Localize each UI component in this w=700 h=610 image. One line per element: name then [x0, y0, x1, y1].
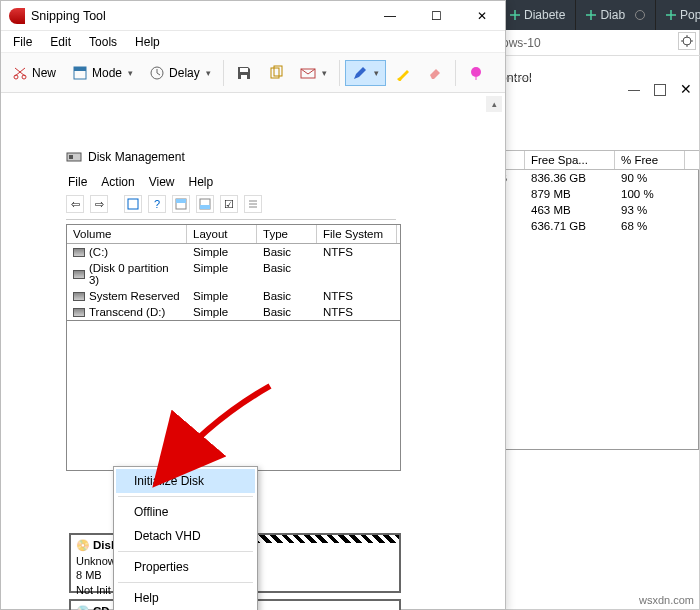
volume-icon — [73, 292, 85, 301]
chevron-down-icon: ▾ — [322, 68, 327, 78]
tab-label: Diabete — [524, 8, 565, 22]
settings-button[interactable]: ☑ — [220, 195, 238, 213]
delay-button[interactable]: Delay▾ — [142, 60, 218, 86]
view-top-button[interactable] — [172, 195, 190, 213]
separator — [339, 60, 340, 86]
col-header[interactable]: Volume — [67, 225, 187, 243]
col-header[interactable]: File System — [317, 225, 397, 243]
titlebar[interactable]: Snipping Tool ― ☐ ✕ — [1, 1, 505, 31]
window-title: Snipping Tool — [31, 9, 367, 23]
minimize-icon[interactable] — [628, 90, 640, 91]
eraser-icon — [427, 65, 443, 81]
table-empty-area — [66, 321, 401, 471]
disk-management-icon — [66, 149, 82, 165]
refresh-button[interactable] — [124, 195, 142, 213]
copy-button[interactable] — [261, 60, 291, 86]
paint3d-button[interactable] — [461, 60, 491, 86]
table-row[interactable]: B879 MB100 % — [475, 186, 699, 202]
pen-button[interactable]: ▾ — [345, 60, 386, 86]
ctx-detach-vhd[interactable]: Detach VHD — [116, 524, 255, 548]
target-icon[interactable] — [678, 32, 696, 50]
save-button[interactable] — [229, 60, 259, 86]
table-row[interactable]: (C:)SimpleBasicNTFS — [67, 244, 400, 260]
ctx-initialize-disk[interactable]: Initialize Disk — [116, 469, 255, 493]
help-button[interactable]: ? — [148, 195, 166, 213]
svg-rect-14 — [128, 199, 138, 209]
new-button[interactable]: New — [5, 60, 63, 86]
chevron-down-icon: ▾ — [206, 68, 211, 78]
svg-rect-18 — [200, 205, 210, 209]
table-header-row: Volume Layout Type File System — [67, 225, 400, 244]
volume-icon — [73, 248, 85, 257]
menu-file[interactable]: File — [5, 33, 40, 51]
ctx-help[interactable]: Help — [116, 586, 255, 610]
minimize-button[interactable]: ― — [367, 1, 413, 31]
dm-menu-action[interactable]: Action — [101, 175, 134, 189]
balloon-icon — [468, 65, 484, 81]
dm-toolbar: ⇦ ⇨ ? ☑ — [66, 193, 396, 220]
table-row[interactable]: (Disk 0 partition 3)SimpleBasic — [67, 260, 400, 288]
clock-icon — [149, 65, 165, 81]
dm-menu-help[interactable]: Help — [189, 175, 214, 189]
maximize-button[interactable]: ☐ — [413, 1, 459, 31]
mode-icon — [72, 65, 88, 81]
svg-rect-4 — [74, 67, 86, 71]
forward-button[interactable]: ⇨ — [90, 195, 108, 213]
chevron-down-icon: ▾ — [128, 68, 133, 78]
col-header[interactable]: Type — [257, 225, 317, 243]
maximize-icon[interactable] — [654, 84, 666, 96]
highlighter-icon — [395, 65, 411, 81]
save-icon — [236, 65, 252, 81]
volume-icon — [73, 308, 85, 317]
pen-icon — [352, 65, 368, 81]
volume-icon — [73, 270, 85, 279]
eraser-button[interactable] — [420, 60, 450, 86]
close-icon[interactable]: ✕ — [680, 84, 692, 96]
close-button[interactable]: ✕ — [459, 1, 505, 31]
dm-menu-view[interactable]: View — [149, 175, 175, 189]
separator — [118, 551, 253, 552]
separator — [223, 60, 224, 86]
scissors-icon — [12, 65, 28, 81]
mail-button[interactable]: ▾ — [293, 60, 334, 86]
context-menu: Initialize Disk Offline Detach VHD Prope… — [113, 466, 258, 610]
disk-management-window: Disk Management File Action View Help ⇦ … — [66, 149, 396, 471]
svg-rect-6 — [240, 68, 248, 72]
menu-tools[interactable]: Tools — [81, 33, 125, 51]
ctx-properties[interactable]: Properties — [116, 555, 255, 579]
scroll-up-button[interactable]: ▴ — [486, 96, 502, 112]
menu-edit[interactable]: Edit — [42, 33, 79, 51]
table-header-row: ity Free Spa... % Free — [475, 150, 699, 170]
dm-menu-file[interactable]: File — [68, 175, 87, 189]
chevron-down-icon: ▾ — [374, 68, 379, 78]
separator — [455, 60, 456, 86]
col-header[interactable]: Free Spa... — [525, 151, 615, 169]
highlighter-button[interactable] — [388, 60, 418, 86]
svg-rect-16 — [176, 199, 186, 203]
tab-label: Popul — [680, 8, 700, 22]
table-row[interactable]: Transcend (D:)SimpleBasicNTFS — [67, 304, 400, 320]
col-header[interactable]: Layout — [187, 225, 257, 243]
browser-tab[interactable]: Diab — [576, 0, 656, 30]
browser-tab[interactable]: Diabete — [500, 0, 576, 30]
background-toolbar: indows-10 — [480, 30, 700, 56]
ctx-offline[interactable]: Offline — [116, 500, 255, 524]
back-button[interactable]: ⇦ — [66, 195, 84, 213]
col-header[interactable]: % Free — [615, 151, 685, 169]
view-bottom-button[interactable] — [196, 195, 214, 213]
app-icon — [9, 8, 25, 24]
tab-icon — [666, 10, 676, 20]
menu-help[interactable]: Help — [127, 33, 168, 51]
svg-rect-13 — [69, 155, 73, 159]
table-row[interactable]: 5 GB836.36 GB90 % — [475, 170, 699, 186]
browser-tab[interactable]: Popul — [656, 0, 700, 30]
svg-rect-7 — [241, 75, 247, 79]
mode-button[interactable]: Mode▾ — [65, 60, 140, 86]
svg-point-0 — [683, 37, 691, 45]
table-row[interactable]: B463 MB93 % — [475, 202, 699, 218]
table-row[interactable]: GB636.71 GB68 % — [475, 218, 699, 234]
table-row[interactable]: System ReservedSimpleBasicNTFS — [67, 288, 400, 304]
tab-indicator-icon — [635, 10, 645, 20]
dm-title-text: Disk Management — [88, 150, 185, 164]
list-button[interactable] — [244, 195, 262, 213]
